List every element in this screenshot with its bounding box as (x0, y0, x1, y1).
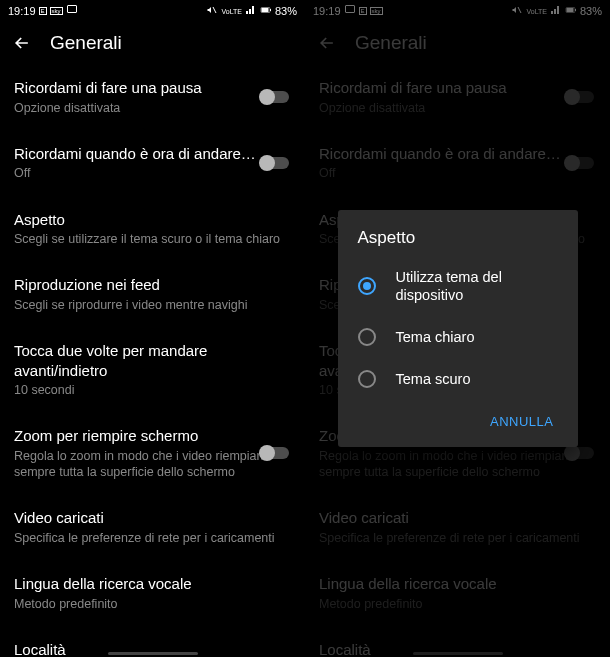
setting-voice-language[interactable]: Lingua della ricerca vocale Metodo prede… (14, 560, 291, 626)
radio-option-light[interactable]: Tema chiaro (338, 316, 578, 358)
radio-label: Tema chiaro (396, 328, 475, 346)
svg-rect-3 (261, 8, 268, 12)
statusbar: 19:19 E sky VoLTE 83% (0, 0, 305, 22)
radio-label: Tema scuro (396, 370, 471, 388)
svg-rect-4 (270, 9, 271, 11)
setting-subtitle: Scegli se utilizzare il tema scuro o il … (14, 231, 291, 247)
setting-zoom-fill[interactable]: Zoom per riempire schermo Regola lo zoom… (14, 412, 291, 494)
screen-left: 19:19 E sky VoLTE 83% Generali (0, 0, 305, 657)
dialog-title: Aspetto (338, 228, 578, 256)
setting-appearance[interactable]: Aspetto Scegli se utilizzare il tema scu… (14, 196, 291, 262)
setting-title: Tocca due volte per mandare avanti/indie… (14, 341, 291, 380)
setting-subtitle: Opzione disattivata (14, 100, 291, 116)
setting-remind-pause[interactable]: Ricordami di fare una pausa Opzione disa… (14, 64, 291, 130)
dialog-overlay[interactable]: Aspetto Utilizza tema del dispositivo Te… (305, 0, 610, 657)
appearance-dialog: Aspetto Utilizza tema del dispositivo Te… (338, 210, 578, 448)
mute-icon (206, 4, 218, 18)
status-app-icon: E (39, 7, 47, 15)
radio-icon (358, 277, 376, 295)
toggle-sleep[interactable] (259, 155, 291, 171)
svg-rect-0 (67, 6, 76, 13)
radio-option-dark[interactable]: Tema scuro (338, 358, 578, 400)
setting-title: Lingua della ricerca vocale (14, 574, 291, 594)
radio-label: Utilizza tema del dispositivo (396, 268, 558, 304)
setting-title: Ricordami di fare una pausa (14, 78, 291, 98)
settings-list: Ricordami di fare una pausa Opzione disa… (0, 64, 305, 657)
back-button[interactable] (12, 33, 32, 53)
setting-subtitle: Scegli se riprodurre i video mentre navi… (14, 297, 291, 313)
nav-indicator (108, 652, 198, 655)
setting-title: Video caricati (14, 508, 291, 528)
setting-feed-playback[interactable]: Riproduzione nei feed Scegli se riprodur… (14, 261, 291, 327)
radio-option-device[interactable]: Utilizza tema del dispositivo (338, 256, 578, 316)
toggle-zoom[interactable] (259, 445, 291, 461)
setting-subtitle: Regola lo zoom in modo che i video riemp… (14, 448, 291, 481)
cancel-button[interactable]: ANNULLA (482, 408, 561, 435)
status-screenshot-icon (66, 4, 78, 18)
setting-subtitle: Off (14, 165, 291, 181)
battery-percent: 83% (275, 5, 297, 17)
setting-title: Ricordami quando è ora di andare… (14, 144, 291, 164)
setting-subtitle: Metodo predefinito (14, 596, 291, 612)
setting-title: Riproduzione nei feed (14, 275, 291, 295)
header: Generali (0, 22, 305, 64)
setting-uploads[interactable]: Video caricati Specifica le preferenze d… (14, 494, 291, 560)
screen-right: 19:19 E sky VoLTE 83% Generali (305, 0, 610, 657)
setting-remind-sleep[interactable]: Ricordami quando è ora di andare… Off (14, 130, 291, 196)
status-app-icon2: sky (50, 7, 63, 15)
setting-title: Zoom per riempire schermo (14, 426, 291, 446)
signal-icon (245, 4, 257, 18)
setting-double-tap[interactable]: Tocca due volte per mandare avanti/indie… (14, 327, 291, 412)
toggle-pause[interactable] (259, 89, 291, 105)
radio-icon (358, 370, 376, 388)
radio-icon (358, 328, 376, 346)
setting-subtitle: Specifica le preferenze di rete per i ca… (14, 530, 291, 546)
page-title: Generali (50, 32, 122, 54)
setting-title: Aspetto (14, 210, 291, 230)
status-time: 19:19 (8, 5, 36, 17)
setting-subtitle: 10 secondi (14, 382, 291, 398)
battery-icon (260, 4, 272, 18)
network-label: VoLTE (221, 8, 242, 15)
svg-line-1 (213, 7, 216, 13)
